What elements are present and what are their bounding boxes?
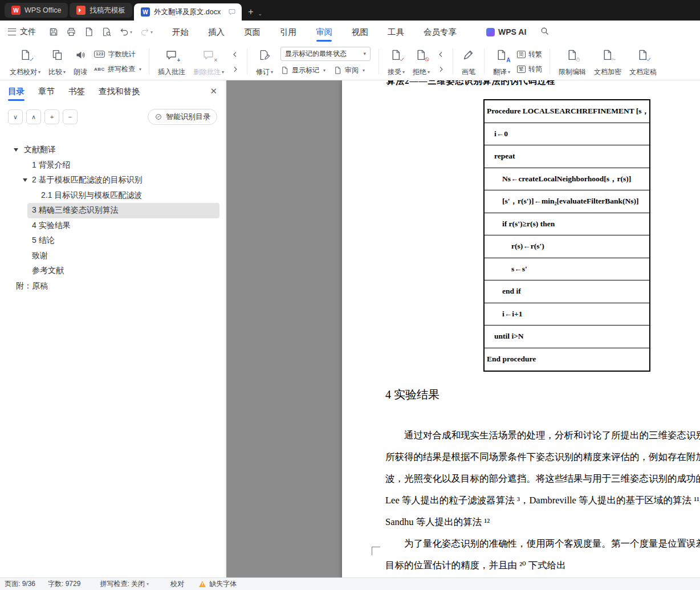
titlebar-tab-label: 外文翻译及原文.docx <box>154 7 221 17</box>
print-preview-button[interactable] <box>101 27 112 37</box>
read-aloud-button[interactable]: 朗读 <box>70 46 91 77</box>
zoom-in-level-button[interactable]: + <box>44 109 59 124</box>
menu-tab-页面[interactable]: 页面 <box>244 21 261 43</box>
next-comment-button[interactable] <box>231 63 239 76</box>
encrypt-document-button[interactable]: 文档加密 <box>590 46 625 77</box>
toc-item[interactable]: 1 背景介绍 <box>0 158 225 173</box>
expander-icon[interactable] <box>23 178 27 184</box>
markup-state-combobox[interactable]: 显示标记的最终状态 ▾ <box>280 47 371 61</box>
redo-button[interactable]: ▾ <box>140 27 153 37</box>
chevron-down-icon: ▾ <box>363 51 366 56</box>
smart-toc-button[interactable]: 智能识别目录 <box>148 109 217 125</box>
hamburger-icon <box>8 29 16 35</box>
menu-tab-插入[interactable]: 插入 <box>208 21 225 43</box>
statusbar: 页面: 9/36 字数: 9729 拼写检查: 关闭 校对 缺失字体 <box>0 577 700 590</box>
expander-icon[interactable] <box>14 148 18 154</box>
titlebar-tab[interactable]: WWPS Office <box>5 3 68 18</box>
delete-comment-button[interactable]: × 删除批注 <box>189 46 228 77</box>
previous-comment-button[interactable] <box>231 48 239 61</box>
toc-item[interactable]: 2.1 目标识别与模板匹配滤波 <box>0 188 225 204</box>
toc-item[interactable]: 3 精确三维姿态识别算法 <box>27 203 219 218</box>
titlebar-tab[interactable]: W外文翻译及原文.docx <box>134 3 242 21</box>
toc-item[interactable]: 文献翻译 <box>0 143 225 158</box>
missing-font-warning[interactable]: 缺失字体 <box>199 579 237 589</box>
undo-button[interactable]: ▾ <box>119 27 132 37</box>
file-menu-button[interactable]: 文件 <box>8 27 36 37</box>
document-page[interactable]: 算法2——三维姿态识别算法的伪代码过程 Procedure LOCALSEARC… <box>342 80 700 577</box>
next-change-button[interactable] <box>437 63 445 76</box>
previous-change-button[interactable] <box>437 48 445 61</box>
show-markup-button[interactable]: 显示标记 <box>280 64 325 77</box>
navigation-pane: 目录章节书签查找和替换✕ ∨ ∧ + − 智能识别目录 文献翻译1 背景介绍2 … <box>0 80 226 577</box>
body-text-line: 目标的位置估计的精度，并且由 ²⁰ 下式给出 <box>385 555 700 576</box>
finalize-document-button[interactable]: 文档定稿 <box>625 46 661 77</box>
word-count-indicator[interactable]: 字数: 9729 <box>48 579 80 589</box>
word-count-button[interactable]: 123 字数统计 <box>94 48 141 61</box>
collapse-all-button[interactable]: ∧ <box>26 109 41 124</box>
toc-item-label: 1 背景介绍 <box>32 160 71 170</box>
export-pdf-icon <box>84 27 94 37</box>
accept-change-button[interactable]: 接受 <box>384 46 409 77</box>
ribbon-review-toolbar: 文档校对 比较 朗读 123 字数统计 ABC 拼写检查 + 插入批注 × <box>0 43 700 80</box>
close-pane-button[interactable]: ✕ <box>210 86 217 96</box>
document-canvas[interactable]: 算法2——三维姿态识别算法的伪代码过程 Procedure LOCALSEARC… <box>226 80 700 577</box>
pane-tab-查找和替换[interactable]: 查找和替换 <box>99 80 140 102</box>
ink-pen-label: 画笔 <box>462 67 475 77</box>
menu-tab-引用[interactable]: 引用 <box>280 21 296 43</box>
body-text-line: 通过对合成和现实生活场景的处理，分析和讨论了所提出的三维姿态识别算 <box>385 425 700 446</box>
menu-tab-工具[interactable]: 工具 <box>388 21 404 43</box>
toc-item[interactable]: 2 基于模板匹配滤波的目标识别 <box>0 173 225 188</box>
word-count-icon: 123 <box>94 51 105 58</box>
spell-check-button[interactable]: ABC 拼写检查 <box>94 63 141 76</box>
toc-item[interactable]: 参考文献 <box>0 263 225 279</box>
review-pane-button[interactable]: 审阅 <box>333 64 365 77</box>
body-text: 通过对合成和现实生活场景的处理，分析和讨论了所提出的三维姿态识别算所获得的结果是… <box>385 425 700 576</box>
tab-list-dropdown-button[interactable]: ⌄ <box>258 11 263 17</box>
insert-comment-button[interactable]: + 插入批注 <box>154 46 189 77</box>
translate-button[interactable]: A 翻译 <box>489 46 514 77</box>
traditional-to-simplified-button[interactable]: 繁 转简 <box>517 63 542 76</box>
restrict-editing-icon <box>566 47 578 62</box>
pane-tab-章节[interactable]: 章节 <box>38 80 55 102</box>
zoom-out-level-button[interactable]: − <box>63 109 78 124</box>
pane-tab-目录[interactable]: 目录 <box>8 80 25 102</box>
traditional-char-icon: 繁 <box>517 66 526 73</box>
redo-dropdown-caret-icon[interactable]: ▾ <box>150 30 153 35</box>
pane-tab-书签[interactable]: 书签 <box>68 80 85 102</box>
export-pdf-button[interactable] <box>84 27 94 37</box>
search-button[interactable] <box>536 26 553 38</box>
simplified-to-traditional-button[interactable]: 简 转繁 <box>517 48 542 61</box>
missing-font-label: 缺失字体 <box>209 579 237 589</box>
expand-all-button[interactable]: ∨ <box>8 109 23 124</box>
page-indicator[interactable]: 页面: 9/36 <box>5 579 35 589</box>
titlebar-tab[interactable]: 找稿壳模板 <box>70 3 132 18</box>
menu-tab-会员专享[interactable]: 会员专享 <box>424 21 457 43</box>
print-button[interactable] <box>66 27 76 37</box>
toc-item[interactable]: 4 实验结果 <box>0 218 225 234</box>
proofread-button[interactable]: 校对 <box>170 579 184 589</box>
next-change-icon <box>437 65 445 74</box>
menu-tab-开始[interactable]: 开始 <box>172 21 189 43</box>
menu-tab-审阅[interactable]: 审阅 <box>316 21 332 43</box>
new-tab-button[interactable]: + <box>248 7 253 17</box>
wps-ai-button[interactable]: WPS AI <box>486 27 526 36</box>
doc-proofing-button[interactable]: 文档校对 <box>6 46 44 77</box>
track-changes-button[interactable]: 修订 <box>252 46 277 77</box>
toc-item[interactable]: 5 结论 <box>0 233 225 249</box>
toc-item-label: 3 精确三维姿态识别算法 <box>32 205 119 215</box>
restrict-editing-button[interactable]: 限制编辑 <box>555 46 590 77</box>
spell-check-toggle[interactable]: 拼写检查: 关闭 <box>100 579 149 589</box>
word-count-label: 字数统计 <box>108 50 135 59</box>
toc-item[interactable]: 附：原稿 <box>0 279 225 294</box>
ink-pen-button[interactable]: 画笔 <box>458 46 479 77</box>
spell-check-label: 拼写检查 <box>108 64 135 74</box>
reject-change-button[interactable]: 拒绝 <box>409 46 434 77</box>
next-comment-icon <box>231 65 239 74</box>
undo-dropdown-caret-icon[interactable]: ▾ <box>130 30 132 35</box>
accept-change-icon <box>390 47 402 62</box>
toc-item[interactable]: 致谢 <box>0 249 225 264</box>
comment-bubble-icon[interactable] <box>228 8 236 16</box>
compare-button[interactable]: 比较 <box>44 46 70 77</box>
menu-tab-视图[interactable]: 视图 <box>352 21 368 43</box>
save-button[interactable] <box>48 27 59 37</box>
